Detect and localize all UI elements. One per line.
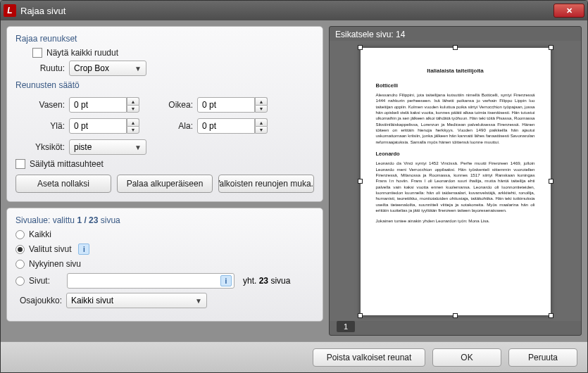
top-spinner[interactable]: 0 pt ▲▼ bbox=[69, 118, 139, 134]
units-select[interactable]: piste ▼ bbox=[69, 139, 146, 155]
doc-paragraph: Leonardo da Vinci syntyi 1452 Vincissä. … bbox=[376, 160, 535, 213]
chevron-down-icon: ▼ bbox=[195, 297, 202, 305]
ok-button[interactable]: OK bbox=[432, 348, 501, 367]
range-selected-radio[interactable] bbox=[15, 245, 25, 254]
spin-up-icon[interactable]: ▲ bbox=[255, 118, 268, 126]
crop-handle[interactable] bbox=[549, 45, 553, 50]
info-icon[interactable]: i bbox=[78, 244, 89, 255]
left-value[interactable]: 0 pt bbox=[69, 97, 127, 113]
right-column: Esikatsele sivu: 14 Italialaista taiteil… bbox=[329, 26, 582, 336]
crop-handle[interactable] bbox=[549, 313, 553, 318]
restore-button[interactable]: Palaa alkuperäiseen bbox=[117, 175, 213, 193]
range-pages-radio[interactable] bbox=[15, 277, 25, 286]
subset-label: Osajoukko: bbox=[15, 296, 62, 305]
left-label: Vasen: bbox=[15, 100, 65, 110]
crop-handle[interactable] bbox=[453, 45, 458, 50]
range-selected-label: Valitut sivut bbox=[29, 244, 71, 254]
range-current-label: Nykyinen sivu bbox=[29, 259, 81, 269]
spin-down-icon[interactable]: ▼ bbox=[127, 126, 139, 134]
units-label: Yksiköt: bbox=[15, 142, 65, 152]
spin-down-icon[interactable]: ▼ bbox=[127, 105, 139, 113]
total-pages-label: yht. 23 sivua bbox=[243, 276, 290, 286]
lock-ratio-label: Säilytä mittasuhteet bbox=[30, 159, 104, 169]
app-icon: L bbox=[4, 4, 16, 17]
crop-handle[interactable] bbox=[358, 179, 363, 184]
remove-whitespace-button[interactable]: Poista valkoiset reunat bbox=[313, 348, 425, 367]
bottom-label: Ala: bbox=[156, 121, 193, 131]
cancel-button[interactable]: Peruuta bbox=[508, 348, 577, 367]
right-value[interactable]: 0 pt bbox=[197, 97, 255, 113]
margins-subtitle: Reunusten säätö bbox=[15, 80, 314, 90]
group-page-range: Sivualue: valittu 1 / 23 sivua Kaikki Va… bbox=[6, 208, 323, 322]
page-number-tab[interactable]: 1 bbox=[337, 321, 355, 332]
spin-down-icon[interactable]: ▼ bbox=[255, 126, 268, 134]
crop-handle[interactable] bbox=[358, 45, 363, 50]
bottom-spinner[interactable]: 0 pt ▲▼ bbox=[197, 118, 268, 134]
preview-page[interactable]: Italialaista taiteilijoita Botticelli Al… bbox=[361, 48, 551, 315]
crop-handle[interactable] bbox=[549, 179, 553, 184]
top-value[interactable]: 0 pt bbox=[69, 118, 127, 134]
preview-title: Esikatsele sivu: 14 bbox=[330, 27, 581, 41]
chevron-down-icon: ▼ bbox=[135, 144, 142, 151]
crop-handle[interactable] bbox=[453, 313, 458, 318]
info-icon[interactable]: i bbox=[220, 275, 232, 286]
units-value: piste bbox=[74, 142, 92, 152]
doc-title: Italialaista taiteilijoita bbox=[376, 68, 535, 75]
subset-select[interactable]: Kaikki sivut ▼ bbox=[66, 293, 207, 308]
white-margins-button[interactable]: Valkoisten reunojen muka... bbox=[218, 175, 314, 193]
crop-box-select[interactable]: Crop Box ▼ bbox=[69, 61, 146, 76]
top-label: Ylä: bbox=[15, 121, 65, 131]
spin-down-icon[interactable]: ▼ bbox=[255, 105, 268, 113]
preview-panel: Esikatsele sivu: 14 Italialaista taiteil… bbox=[329, 26, 582, 336]
spin-up-icon[interactable]: ▲ bbox=[127, 118, 139, 126]
crop-handle[interactable] bbox=[358, 313, 363, 318]
left-column: Rajaa reunukset Näytä kaikki ruudut Ruut… bbox=[6, 26, 323, 336]
right-spinner[interactable]: 0 pt ▲▼ bbox=[197, 97, 268, 113]
show-all-label: Näytä kaikki ruudut bbox=[46, 48, 118, 58]
preview-area: Italialaista taiteilijoita Botticelli Al… bbox=[330, 41, 581, 321]
doc-paragraph: Alessandro Filippini, jota taiteilijana … bbox=[376, 92, 535, 145]
doc-heading-1: Botticelli bbox=[376, 82, 535, 89]
spin-up-icon[interactable]: ▲ bbox=[255, 97, 268, 105]
group-crop-margins: Rajaa reunukset Näytä kaikki ruudut Ruut… bbox=[6, 26, 323, 202]
show-all-checkbox[interactable] bbox=[32, 48, 42, 58]
lock-ratio-checkbox[interactable] bbox=[15, 159, 25, 169]
range-all-label: Kaikki bbox=[29, 229, 51, 239]
pages-input[interactable]: i bbox=[67, 273, 234, 289]
crop-box-value: Crop Box bbox=[74, 63, 109, 73]
chevron-down-icon: ▼ bbox=[135, 65, 142, 72]
titlebar: L Rajaa sivut ✕ bbox=[1, 1, 587, 20]
bottom-value[interactable]: 0 pt bbox=[197, 118, 255, 134]
close-icon[interactable]: ✕ bbox=[553, 4, 584, 18]
dialog-footer: Poista valkoiset reunat OK Peruuta bbox=[1, 341, 587, 372]
doc-paragraph: Jokainen tuntee ainakin yhden Leonardon … bbox=[376, 218, 535, 224]
range-title: Sivualue: valittu 1 / 23 sivua bbox=[15, 215, 314, 225]
left-spinner[interactable]: 0 pt ▲▼ bbox=[69, 97, 139, 113]
group-title: Rajaa reunukset bbox=[15, 34, 314, 44]
box-label: Ruutu: bbox=[15, 63, 65, 73]
range-current-radio[interactable] bbox=[15, 260, 25, 269]
window-title: Rajaa sivut bbox=[20, 6, 553, 16]
subset-value: Kaikki sivut bbox=[71, 296, 113, 305]
right-label: Oikea: bbox=[156, 100, 193, 110]
crop-dialog: L Rajaa sivut ✕ Rajaa reunukset Näytä ka… bbox=[0, 0, 588, 373]
spin-up-icon[interactable]: ▲ bbox=[127, 97, 139, 105]
set-zero-button[interactable]: Aseta nollaksi bbox=[15, 175, 111, 193]
dialog-content: Rajaa reunukset Näytä kaikki ruudut Ruut… bbox=[1, 20, 587, 341]
range-all-radio[interactable] bbox=[15, 230, 25, 239]
doc-heading-2: Leonardo bbox=[376, 151, 535, 158]
range-pages-label: Sivut: bbox=[29, 276, 63, 286]
